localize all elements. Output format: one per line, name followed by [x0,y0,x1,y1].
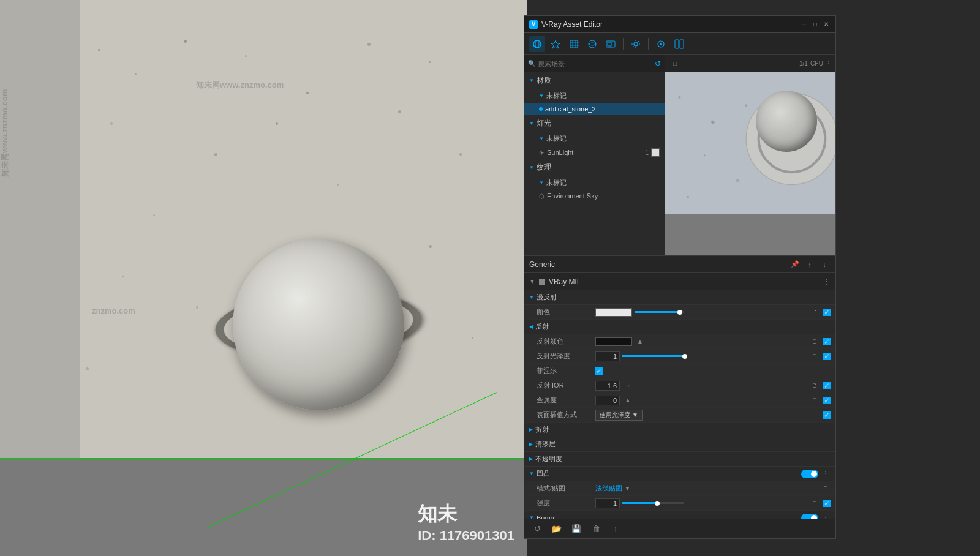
section-clearcoat-arrow: ▶ [529,441,533,447]
tree-item-artificial-stone[interactable]: artificial_stone_2 [524,103,665,115]
lights-tab-btn[interactable] [548,36,564,52]
bump-mode-link[interactable]: 法线贴图 [595,484,622,493]
svg-point-18 [782,129,802,149]
metalness-map-btn[interactable]: 🗋 [810,396,820,405]
bump2-more-btn[interactable]: ⋮ [821,513,831,519]
bump-strength-input[interactable] [595,498,620,508]
bump-mode-value: 法线贴图 ▼ [595,484,817,493]
svg-point-24 [704,155,706,157]
refresh-icon[interactable]: ↺ [655,59,661,68]
refresh-btn[interactable]: ↺ [530,522,544,536]
diffuse-slider[interactable] [635,311,684,313]
preview-more[interactable]: ⋮ [826,60,832,67]
reflect-gloss-map-btn[interactable]: 🗋 [810,351,820,361]
section-bump2[interactable]: ▼ Bump ⋮ [524,511,835,519]
close-button[interactable]: ✕ [822,20,831,29]
prop-pin-btn[interactable]: 📌 [789,258,801,271]
unlabeled-light-label: 未标记 [546,134,567,143]
mat-more-btn[interactable]: ⋮ [822,277,831,287]
section-refraction[interactable]: ▶ 折射 [524,423,835,437]
bump-more-btn[interactable]: ⋮ [821,469,831,479]
reflect-gloss-slider[interactable] [622,355,684,357]
surface-method-select[interactable]: 使用光泽度 ▼ [595,410,643,421]
section-bump2-label: Bump [537,514,554,519]
reflect-gloss-input[interactable] [595,351,620,361]
section-bump[interactable]: ▼ 凹凸 ⋮ [524,467,835,481]
diffuse-color-swatch[interactable] [595,308,632,317]
props-title: Generic [529,260,786,269]
view-toggle-btn[interactable] [671,36,687,52]
diffuse-map-btn[interactable]: 🗋 [810,307,820,317]
diffuse-toggle[interactable]: ✓ [823,309,831,316]
reflect-gloss-label: 反射光泽度 [537,351,592,361]
bump-mode-map-btn[interactable]: 🗋 [821,484,831,494]
ior-input[interactable] [595,381,620,391]
restore-button[interactable]: □ [811,20,820,29]
render-preview-btn[interactable] [653,36,669,52]
panel-toolbar [524,33,835,55]
left-wall [0,0,83,459]
reflect-color-swatch[interactable] [595,337,632,346]
bump-toggle[interactable] [801,470,818,478]
environment-sky-label: Environment Sky [547,192,598,200]
tree-item-sunlight[interactable]: ☀ SunLight 1 [524,146,665,159]
open-folder-btn[interactable]: 📂 [550,522,564,536]
section-reflection[interactable]: ◀ 反射 [524,320,835,334]
section-diffuse[interactable]: ▼ 漫反射 [524,290,835,305]
category-textures[interactable]: ▼ 纹理 [524,159,665,176]
category-lights[interactable]: ▼ 灯光 [524,115,665,132]
metalness-input[interactable] [595,396,620,405]
bump2-toggle[interactable] [801,514,818,519]
surface-method-toggle[interactable]: ✓ [823,411,831,419]
settings-btn[interactable] [628,36,644,52]
asset-tree: 🔍 ↺ ▼ 材质 ▼ 未标记 artificial_stone_2 [524,55,665,255]
ior-toggle[interactable]: ✓ [823,382,831,389]
tree-item-unlabeled-light[interactable]: ▼ 未标记 [524,132,665,146]
bump-strength-slider[interactable] [622,502,684,504]
reflect-gloss-toggle[interactable]: ✓ [823,353,831,360]
id-text: ID: 1176901301 [418,528,514,544]
surface-method-text: 使用光泽度 [600,411,630,419]
sphere-object [233,239,404,410]
category-materials[interactable]: ▼ 材质 [524,72,665,89]
fresnel-checkbox[interactable]: ✓ [595,367,603,375]
delete-btn[interactable]: 🗑 [589,522,603,536]
svg-point-23 [745,104,747,107]
material-name-label: artificial_stone_2 [545,105,596,113]
section-opacity[interactable]: ▶ 不透明度 [524,452,835,467]
toolbar-separator-1 [623,38,624,50]
preview-info: 1/1 CPU ⋮ [799,60,832,67]
search-input[interactable] [538,60,652,67]
metalness-toggle[interactable]: ✓ [823,397,831,404]
category-textures-label: 纹理 [537,162,551,173]
tree-item-unlabeled-mat[interactable]: ▼ 未标记 [524,89,665,103]
materials-tab-btn[interactable] [529,36,545,52]
properties-panel: Generic 📌 ↑ ↓ ▼ VRay Mtl ⋮ ▼ 漫反射 颜色 [524,255,835,519]
ior-map-btn[interactable]: 🗋 [810,381,820,391]
bump-strength-map-btn[interactable]: 🗋 [810,498,820,508]
section-bump-label: 凹凸 [537,469,550,478]
preview-btn-1[interactable]: □ [669,58,681,70]
render-settings-btn[interactable] [603,36,619,52]
material-dot [539,107,543,111]
reflect-color-toggle[interactable]: ✓ [823,338,831,345]
panel-titlebar: V V-Ray Asset Editor ─ □ ✕ [524,16,835,33]
section-diffuse-arrow: ▼ [529,295,534,300]
section-clearcoat[interactable]: ▶ 清漆层 [524,437,835,452]
textures-tab-btn[interactable] [566,36,582,52]
environments-tab-btn[interactable] [584,36,600,52]
reflect-color-map-btn[interactable]: 🗋 [810,337,820,347]
upload-btn[interactable]: ↑ [609,522,622,536]
tree-item-unlabeled-texture[interactable]: ▼ 未标记 [524,176,665,190]
tree-item-environment-sky[interactable]: ⬡ Environment Sky [524,190,665,202]
minimize-button[interactable]: ─ [800,20,809,29]
preview-toolbar: □ 1/1 CPU ⋮ [665,55,835,72]
diffuse-color-label: 颜色 [537,307,592,317]
mat-type-label: VRay Mtl [549,277,818,286]
prop-export-btn[interactable]: ↑ [804,258,816,271]
prop-import-btn[interactable]: ↓ [818,258,831,271]
panel-body: 🔍 ↺ ▼ 材质 ▼ 未标记 artificial_stone_2 [524,55,835,255]
prop-surface-method: 表面插值方式 使用光泽度 ▼ ✓ [524,408,835,423]
bump-strength-toggle[interactable]: ✓ [823,500,831,507]
save-btn[interactable]: 💾 [570,522,583,536]
